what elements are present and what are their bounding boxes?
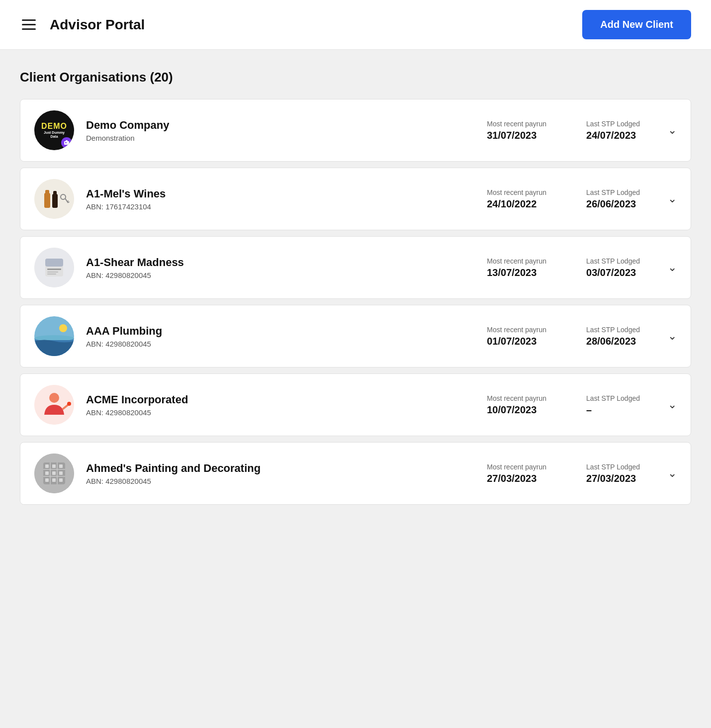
client-card-a1-shear-madness[interactable]: A1-Shear Madness ABN: 42980820045 Most r… [20,236,691,299]
client-name-a1-shear-madness: A1-Shear Madness [86,256,475,269]
payrun-label-acme-incorporated: Most recent payrun [487,394,546,402]
client-dates-a1-mels-wines: Most recent payrun 24/10/2022 Last STP L… [487,188,640,210]
svg-rect-15 [47,269,61,270]
client-dates-acme-incorporated: Most recent payrun 10/07/2023 Last STP L… [487,394,640,416]
client-card-acme-incorporated[interactable]: ACME Incorporated ABN: 42980820045 Most … [20,373,691,436]
hamburger-line-1 [22,19,36,21]
payrun-value-acme-incorporated: 10/07/2023 [487,404,546,416]
payrun-label-aaa-plumbing: Most recent payrun [487,326,546,334]
svg-rect-16 [47,272,58,273]
stp-value-a1-shear-madness: 03/07/2023 [586,267,640,278]
client-dates-ahmeds-painting: Most recent payrun 27/03/2023 Last STP L… [487,463,640,484]
stp-block-a1-shear-madness: Last STP Lodged 03/07/2023 [586,257,640,278]
client-name-ahmeds-painting: Ahmed's Painting and Decorating [86,462,475,475]
payrun-value-demo-company: 31/07/2023 [487,130,546,141]
stp-label-a1-mels-wines: Last STP Lodged [586,188,640,196]
stp-block-ahmeds-painting: Last STP Lodged 27/03/2023 [586,463,640,484]
stp-block-aaa-plumbing: Last STP Lodged 28/06/2023 [586,326,640,347]
client-name-a1-mels-wines: A1-Mel's Wines [86,187,475,200]
client-info-acme-incorporated: ACME Incorporated ABN: 42980820045 [86,393,475,417]
client-info-aaa-plumbing: AAA Plumbing ABN: 42980820045 [86,325,475,348]
client-dates-a1-shear-madness: Most recent payrun 13/07/2023 Last STP L… [487,257,640,278]
svg-rect-35 [59,464,63,468]
stp-value-aaa-plumbing: 28/06/2023 [586,336,640,347]
svg-rect-36 [45,471,49,475]
client-sub-a1-shear-madness: ABN: 42980820045 [86,271,475,279]
chevron-icon-a1-shear-madness: ⌄ [668,261,677,274]
payrun-block-ahmeds-painting: Most recent payrun 27/03/2023 [487,463,546,484]
svg-rect-40 [52,478,56,482]
client-avatar-ahmeds-painting [34,454,74,493]
client-avatar-acme-incorporated [34,385,74,425]
page-title: Advisor Portal [50,17,145,33]
hamburger-line-2 [22,24,36,25]
payrun-block-a1-mels-wines: Most recent payrun 24/10/2022 [487,188,546,210]
stp-label-aaa-plumbing: Last STP Lodged [586,326,640,334]
client-card-aaa-plumbing[interactable]: AAA Plumbing ABN: 42980820045 Most recen… [20,305,691,367]
stp-label-a1-shear-madness: Last STP Lodged [586,257,640,265]
svg-rect-2 [65,142,67,143]
svg-rect-7 [53,191,57,195]
ahmed-avatar-svg [34,454,74,493]
svg-rect-41 [59,478,63,482]
client-sub-demo-company: Demonstration [86,134,475,142]
plumbing-avatar-svg [34,316,74,356]
shear-avatar-svg [34,248,74,287]
client-sub-ahmeds-painting: ABN: 42980820045 [86,477,475,485]
client-sub-aaa-plumbing: ABN: 42980820045 [86,340,475,348]
payrun-label-a1-shear-madness: Most recent payrun [487,257,546,265]
chevron-icon-aaa-plumbing: ⌄ [668,330,677,343]
section-title: Client Organisations (20) [20,70,691,85]
header-left: Advisor Portal [20,17,145,33]
stp-label-demo-company: Last STP Lodged [586,120,640,128]
client-info-a1-mels-wines: A1-Mel's Wines ABN: 17617423104 [86,187,475,211]
hamburger-menu-button[interactable] [20,17,38,32]
client-card-demo-company[interactable]: DEMO Just DummyData Demo Company Demonst… [20,99,691,162]
svg-rect-17 [47,273,56,274]
stp-value-a1-mels-wines: 26/06/2023 [586,198,640,210]
svg-rect-33 [45,464,49,468]
wines-avatar-svg [34,179,74,219]
client-avatar-aaa-plumbing [34,316,74,356]
main-content: Client Organisations (20) DEMO Just Dumm… [0,50,711,525]
client-dates-aaa-plumbing: Most recent payrun 01/07/2023 Last STP L… [487,326,640,347]
svg-rect-38 [59,471,63,475]
client-info-demo-company: Demo Company Demonstration [86,119,475,142]
chevron-icon-demo-company: ⌄ [668,124,677,137]
payrun-block-demo-company: Most recent payrun 31/07/2023 [487,120,546,141]
acme-avatar-svg [34,385,74,425]
client-name-demo-company: Demo Company [86,119,475,132]
client-info-ahmeds-painting: Ahmed's Painting and Decorating ABN: 429… [86,462,475,485]
svg-rect-4 [44,193,50,208]
client-list: DEMO Just DummyData Demo Company Demonst… [20,99,691,505]
client-avatar-demo-company: DEMO Just DummyData [34,110,74,150]
client-card-ahmeds-painting[interactable]: Ahmed's Painting and Decorating ABN: 429… [20,442,691,505]
payrun-label-ahmeds-painting: Most recent payrun [487,463,546,471]
client-sub-a1-mels-wines: ABN: 17617423104 [86,202,475,211]
client-dates-demo-company: Most recent payrun 31/07/2023 Last STP L… [487,120,640,141]
svg-point-21 [59,324,67,332]
chevron-icon-ahmeds-painting: ⌄ [668,467,677,480]
demo-avatar-text: DEMO [41,122,67,131]
chevron-icon-acme-incorporated: ⌄ [668,398,677,411]
payrun-value-a1-shear-madness: 13/07/2023 [487,267,546,278]
add-new-client-button[interactable]: Add New Client [582,10,691,39]
svg-rect-37 [52,471,56,475]
svg-rect-6 [52,194,58,208]
client-card-a1-mels-wines[interactable]: A1-Mel's Wines ABN: 17617423104 Most rec… [20,168,691,230]
svg-rect-5 [45,190,49,194]
client-info-a1-shear-madness: A1-Shear Madness ABN: 42980820045 [86,256,475,279]
stp-value-acme-incorporated: – [586,404,640,416]
stp-value-ahmeds-painting: 27/03/2023 [586,473,640,484]
svg-point-24 [49,393,59,403]
stp-label-ahmeds-painting: Last STP Lodged [586,463,640,471]
client-sub-acme-incorporated: ABN: 42980820045 [86,408,475,417]
demo-avatar-icon [61,137,72,148]
stp-value-demo-company: 24/07/2023 [586,130,640,141]
payrun-block-acme-incorporated: Most recent payrun 10/07/2023 [487,394,546,416]
stp-block-acme-incorporated: Last STP Lodged – [586,394,640,416]
stp-block-a1-mels-wines: Last STP Lodged 26/06/2023 [586,188,640,210]
stp-block-demo-company: Last STP Lodged 24/07/2023 [586,120,640,141]
payrun-label-demo-company: Most recent payrun [487,120,546,128]
chevron-icon-a1-mels-wines: ⌄ [668,192,677,205]
